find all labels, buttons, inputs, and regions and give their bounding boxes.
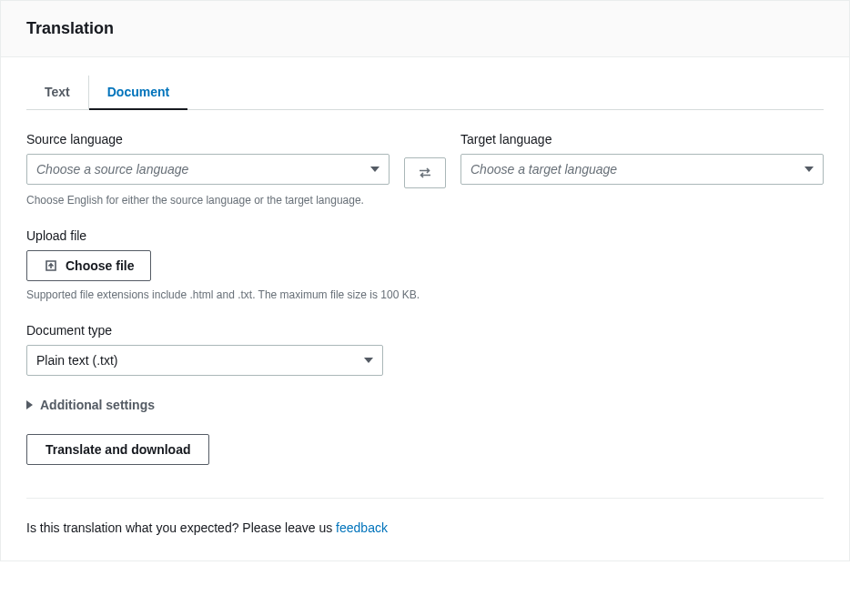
doc-type-section: Document type Plain text (.txt) (26, 323, 824, 376)
upload-label: Upload file (26, 228, 824, 243)
additional-settings-label: Additional settings (40, 398, 155, 412)
target-language-placeholder: Choose a target language (471, 162, 617, 177)
choose-file-label: Choose file (66, 258, 134, 273)
target-language-select[interactable]: Choose a target language (460, 154, 824, 185)
panel-content: Text Document Source language Choose a s… (1, 57, 849, 560)
caret-down-icon (804, 167, 814, 172)
tab-document[interactable]: Document (89, 76, 187, 110)
target-language-label: Target language (460, 132, 824, 146)
page-title: Translation (26, 19, 824, 38)
feedback-link[interactable]: feedback (336, 520, 388, 535)
swap-languages-button[interactable] (404, 157, 446, 188)
doc-type-label: Document type (26, 323, 824, 338)
upload-hint: Supported file extensions include .html … (26, 288, 824, 301)
additional-settings-toggle[interactable]: Additional settings (26, 398, 824, 412)
panel-header: Translation (1, 1, 849, 57)
tabs: Text Document (26, 76, 824, 110)
source-language-placeholder: Choose a source language (36, 162, 188, 177)
language-row: Source language Choose a source language… (26, 132, 824, 188)
caret-down-icon (370, 167, 379, 172)
source-language-select[interactable]: Choose a source language (26, 154, 390, 185)
caret-down-icon (364, 358, 373, 363)
source-language-hint: Choose English for either the source lan… (26, 194, 824, 207)
translate-download-label: Translate and download (46, 442, 190, 457)
additional-settings-section: Additional settings (26, 398, 824, 412)
source-language-col: Source language Choose a source language (26, 132, 390, 185)
feedback-text: Is this translation what you expected? P… (26, 520, 336, 535)
divider (26, 498, 824, 499)
translation-panel: Translation Text Document Source languag… (0, 0, 850, 561)
tab-text[interactable]: Text (26, 76, 89, 109)
upload-section: Upload file Choose file Supported file e… (26, 228, 824, 301)
translate-download-button[interactable]: Translate and download (26, 434, 209, 465)
doc-type-select[interactable]: Plain text (.txt) (26, 345, 383, 376)
swap-icon (418, 166, 432, 180)
actions-section: Translate and download (26, 434, 824, 465)
source-language-label: Source language (26, 132, 390, 146)
target-language-col: Target language Choose a target language (460, 132, 824, 185)
feedback-row: Is this translation what you expected? P… (26, 520, 824, 535)
doc-type-value: Plain text (.txt) (36, 353, 117, 368)
triangle-right-icon (26, 400, 33, 409)
choose-file-button[interactable]: Choose file (26, 250, 151, 281)
swap-col (404, 132, 446, 188)
upload-icon (44, 258, 58, 273)
